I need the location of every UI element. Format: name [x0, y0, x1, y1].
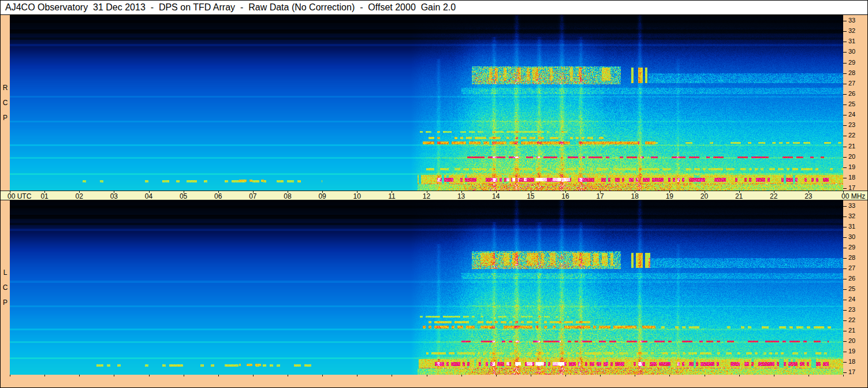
freq-tick	[843, 206, 847, 207]
freq-tick	[843, 237, 847, 238]
freq-axis-label: 26	[848, 275, 855, 282]
time-axis-hour-label: 10	[353, 192, 361, 200]
freq-axis-label: 20	[848, 338, 855, 344]
time-axis-end-label: 00 MHz	[841, 192, 865, 200]
time-axis-hour-label: 21	[735, 192, 743, 200]
time-axis-hour-label: 19	[666, 192, 673, 200]
freq-axis-label: 24	[848, 296, 855, 303]
polarization-letter: L	[3, 269, 8, 276]
freq-axis-label: 19	[848, 164, 855, 170]
freq-scale-rcp: 3332313029282726252423222120191817	[843, 15, 867, 191]
freq-tick	[843, 84, 847, 84]
spectrogram-lcp	[10, 200, 843, 375]
freq-axis-label: 27	[848, 80, 855, 87]
freq-axis-label: 33	[848, 17, 855, 24]
freq-tick	[843, 372, 847, 373]
freq-tick	[843, 167, 847, 168]
hour-tick	[774, 375, 774, 376]
freq-tick	[843, 94, 847, 95]
freq-tick	[843, 300, 847, 300]
time-axis-hour-label: 05	[180, 192, 187, 200]
freq-tick	[843, 115, 847, 115]
time-axis-hour-label: 12	[423, 192, 430, 200]
hour-tick	[531, 375, 531, 376]
freq-axis-label: 28	[848, 255, 855, 261]
hour-tick	[600, 375, 601, 376]
freq-axis-label: 28	[848, 70, 855, 76]
freq-tick	[843, 217, 847, 217]
title-bar: AJ4CO Observatory 31 Dec 2013 - DPS on T…	[1, 1, 867, 15]
time-axis-hour-label: 08	[284, 192, 291, 200]
freq-tick	[843, 248, 847, 248]
time-axis-start-label: 00 UTC	[8, 192, 31, 200]
hour-tick	[149, 375, 150, 376]
freq-axis-label: 33	[848, 203, 855, 209]
polarization-letter: R	[3, 84, 8, 91]
freq-axis-label: 24	[848, 111, 855, 118]
hour-tick	[322, 375, 323, 376]
freq-axis-label: 22	[848, 132, 855, 139]
freq-axis-label: 20	[848, 154, 855, 160]
time-axis-hour-label: 22	[770, 192, 777, 200]
freq-tick	[843, 188, 847, 189]
freq-tick	[843, 136, 847, 136]
freq-tick	[843, 147, 847, 147]
hour-tick	[10, 375, 10, 376]
freq-axis-label: 23	[848, 122, 855, 128]
time-axis-hour-label: 20	[701, 192, 708, 200]
freq-axis-label: 27	[848, 265, 855, 271]
freq-axis-label: 32	[848, 213, 855, 219]
freq-tick	[843, 320, 847, 321]
freq-axis-label: 19	[848, 348, 855, 355]
time-axis-hour-label: 02	[76, 192, 83, 200]
freq-tick	[843, 31, 847, 32]
freq-tick	[843, 178, 847, 178]
time-axis-hour-label: 09	[318, 192, 326, 200]
hour-tick	[218, 375, 219, 376]
hour-tick	[114, 375, 114, 376]
freq-axis-label: 26	[848, 91, 855, 97]
hour-tick	[288, 375, 288, 376]
polarization-letter: P	[3, 299, 8, 306]
hour-tick	[461, 375, 462, 376]
time-axis-hour-label: 01	[40, 192, 48, 200]
time-axis-hour-label: 15	[527, 192, 534, 200]
freq-tick	[843, 73, 847, 74]
freq-axis-label: 29	[848, 244, 855, 251]
freq-tick	[843, 341, 847, 342]
time-axis-hour-label: 03	[110, 192, 118, 200]
freq-scale-lcp: 3332313029282726252423222120191817	[843, 200, 867, 375]
freq-tick	[843, 289, 847, 290]
freq-axis-label: 30	[848, 234, 855, 240]
lcp-polarization-label: LCP	[1, 200, 10, 375]
freq-tick	[843, 268, 847, 269]
time-axis: 00 UTC0102030405060708091011121314151617…	[1, 191, 867, 200]
hour-tick	[44, 375, 45, 376]
freq-tick	[843, 63, 847, 64]
hour-tick	[427, 375, 427, 376]
time-axis-hour-label: 18	[631, 192, 639, 200]
freq-axis-label: 18	[848, 174, 855, 181]
spectrograph-window: AJ4CO Observatory 31 Dec 2013 - DPS on T…	[0, 0, 868, 388]
hour-tick	[184, 375, 184, 376]
freq-axis-label: 25	[848, 286, 855, 292]
time-axis-hour-label: 13	[457, 192, 465, 200]
title-text: AJ4CO Observatory 31 Dec 2013 - DPS on T…	[5, 2, 456, 13]
freq-tick	[843, 352, 847, 352]
polarization-letter: C	[3, 284, 8, 291]
freq-tick	[843, 42, 847, 42]
time-axis-hour-label: 11	[388, 192, 395, 200]
freq-tick	[843, 331, 847, 331]
spectrogram-rcp	[10, 15, 843, 191]
hour-tick	[253, 375, 254, 376]
time-axis-hour-label: 07	[249, 192, 256, 200]
hour-tick	[565, 375, 566, 376]
hour-tick	[669, 375, 670, 376]
freq-axis-label: 31	[848, 38, 855, 44]
freq-tick	[843, 105, 847, 105]
freq-axis-label: 29	[848, 59, 855, 66]
hour-tick	[739, 375, 740, 376]
freq-axis-label: 21	[848, 143, 855, 150]
time-axis-hour-label: 17	[596, 192, 603, 200]
polarization-letter: P	[3, 114, 8, 121]
